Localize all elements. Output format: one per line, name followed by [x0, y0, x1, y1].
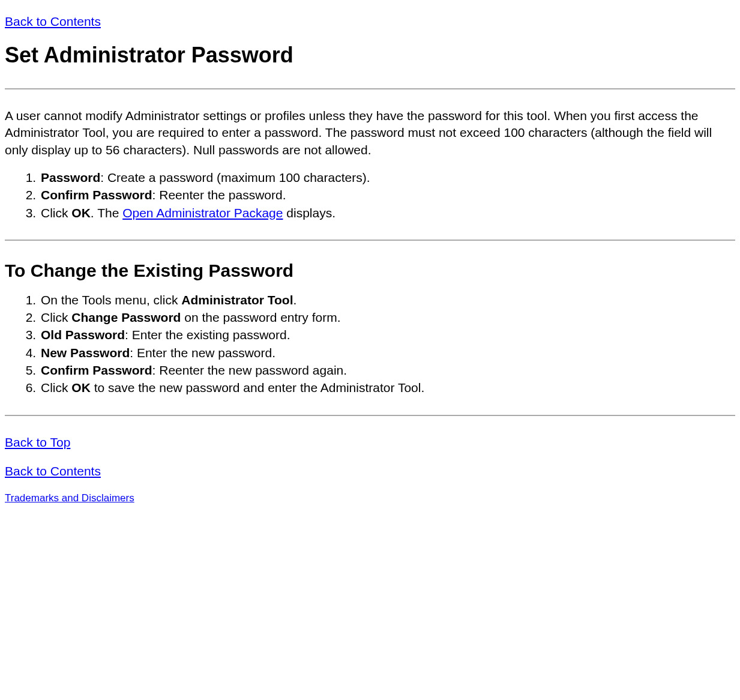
page-title: Set Administrator Password	[5, 41, 735, 70]
set-password-list: Password: Create a password (maximum 100…	[5, 169, 735, 222]
open-admin-package-link[interactable]: Open Administrator Package	[122, 206, 283, 220]
label-text: displays.	[283, 206, 335, 220]
label-text: Click	[41, 206, 71, 220]
label-text: : Reenter the new password again.	[152, 363, 347, 377]
section-title: To Change the Existing Password	[5, 259, 735, 283]
label-text: on the password entry form.	[181, 310, 340, 324]
label-text: . The	[91, 206, 122, 220]
list-item: Password: Create a password (maximum 100…	[40, 169, 735, 186]
label-text: to save the new password and enter the A…	[91, 381, 424, 394]
back-to-contents-link[interactable]: Back to Contents	[5, 14, 101, 28]
back-to-top-link[interactable]: Back to Top	[5, 435, 70, 449]
list-item: On the Tools menu, click Administrator T…	[40, 292, 735, 309]
divider	[5, 415, 735, 416]
label-text: Click	[41, 310, 71, 324]
label-text: Click	[41, 381, 71, 394]
divider	[5, 240, 735, 241]
label-bold: Confirm Password	[41, 363, 152, 377]
label-text: : Enter the new password.	[130, 346, 275, 360]
back-to-contents-bottom-link[interactable]: Back to Contents	[5, 464, 101, 478]
list-item: Confirm Password: Reenter the password.	[40, 187, 735, 204]
list-item: Click OK to save the new password and en…	[40, 379, 735, 396]
list-item: New Password: Enter the new password.	[40, 345, 735, 361]
label-text: : Enter the existing password.	[125, 328, 290, 342]
label-bold: Password	[41, 170, 100, 184]
label-bold: Administrator Tool	[181, 293, 293, 307]
label-bold: New Password	[41, 346, 130, 360]
label-text: : Reenter the password.	[152, 188, 286, 202]
label-text: .	[293, 293, 297, 307]
label-bold: Old Password	[41, 328, 125, 342]
label-bold: Confirm Password	[41, 188, 152, 202]
change-password-list: On the Tools menu, click Administrator T…	[5, 292, 735, 397]
label-text: : Create a password (maximum 100 charact…	[100, 170, 370, 184]
trademarks-link[interactable]: Trademarks and Disclaimers	[5, 492, 134, 504]
label-text: On the Tools menu, click	[41, 293, 181, 307]
list-item: Click Change Password on the password en…	[40, 309, 735, 326]
label-bold: OK	[71, 206, 91, 220]
list-item: Old Password: Enter the existing passwor…	[40, 327, 735, 343]
label-bold: OK	[71, 381, 91, 394]
list-item: Click OK. The Open Administrator Package…	[40, 205, 735, 222]
divider	[5, 88, 735, 89]
label-bold: Change Password	[71, 310, 181, 324]
intro-paragraph: A user cannot modify Administrator setti…	[5, 107, 735, 158]
list-item: Confirm Password: Reenter the new passwo…	[40, 362, 735, 379]
